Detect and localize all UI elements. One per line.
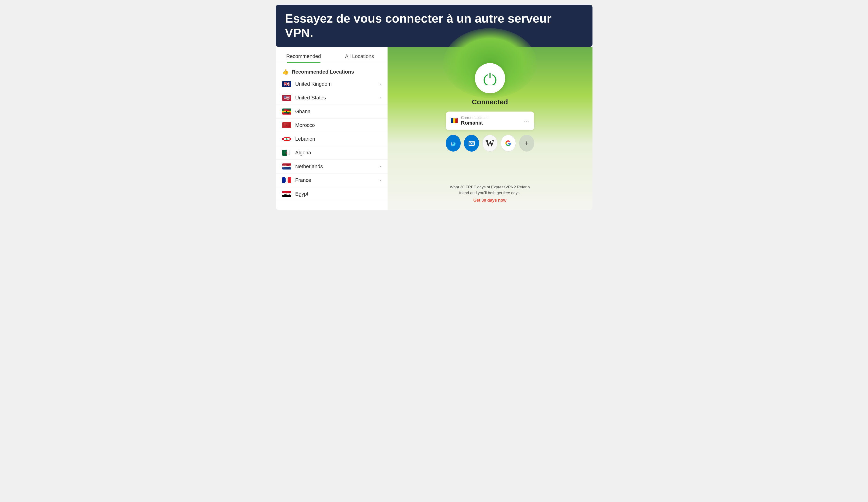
right-panel: Connected 🇷🇴 Current Location Romania ··… bbox=[388, 47, 592, 210]
chevron-icon: › bbox=[380, 82, 381, 86]
plus-icon: + bbox=[525, 139, 529, 147]
refer-banner: Want 30 FREE days of ExpressVPN? Refer a… bbox=[446, 184, 534, 203]
app-shortcuts: W + bbox=[446, 135, 534, 151]
power-button-container bbox=[475, 63, 505, 93]
google-app-button[interactable] bbox=[501, 135, 516, 151]
wikipedia-w-icon: W bbox=[485, 138, 494, 148]
location-info: Current Location Romania bbox=[461, 116, 520, 126]
flag-morocco: 🇲🇦 bbox=[282, 122, 291, 128]
list-item-france[interactable]: 🇫🇷 France › bbox=[276, 174, 388, 187]
more-options-button[interactable]: ··· bbox=[523, 118, 529, 124]
flag-algeria: 🇩🇿 bbox=[282, 150, 291, 156]
tabs-container: Recommended All Locations bbox=[276, 47, 388, 63]
banner: Essayez de vous connecter à un autre ser… bbox=[276, 5, 592, 47]
power-icon bbox=[483, 71, 497, 85]
current-location-label: Current Location bbox=[461, 116, 520, 120]
chevron-icon: › bbox=[380, 178, 381, 182]
list-item-morocco[interactable]: 🇲🇦 Morocco bbox=[276, 118, 388, 132]
section-header: 👍 Recommended Locations bbox=[276, 65, 388, 77]
chevron-icon: › bbox=[380, 95, 381, 100]
svg-point-0 bbox=[448, 138, 458, 148]
chevron-icon: › bbox=[380, 164, 381, 169]
google-icon bbox=[503, 138, 513, 148]
edge-app-button[interactable] bbox=[446, 135, 461, 151]
flag-france: 🇫🇷 bbox=[282, 177, 291, 183]
add-shortcut-button[interactable]: + bbox=[519, 135, 534, 151]
list-item-algeria[interactable]: 🇩🇿 Algeria bbox=[276, 146, 388, 160]
app-container: Essayez de vous connecter à un autre ser… bbox=[271, 0, 597, 215]
flag-egypt: 🇪🇬 bbox=[282, 191, 291, 197]
tab-recommended[interactable]: Recommended bbox=[276, 51, 332, 63]
mail-icon bbox=[466, 138, 477, 148]
thumbs-up-icon: 👍 bbox=[282, 69, 289, 75]
list-item-us[interactable]: 🇺🇸 United States › bbox=[276, 91, 388, 105]
flag-uk: 🇬🇧 bbox=[282, 81, 291, 87]
power-button[interactable] bbox=[475, 63, 505, 93]
left-panel: Recommended All Locations 👍 Recommended … bbox=[276, 47, 388, 210]
current-location-name: Romania bbox=[461, 120, 520, 126]
edge-icon bbox=[448, 138, 458, 148]
tab-all-locations[interactable]: All Locations bbox=[332, 51, 388, 63]
romania-flag: 🇷🇴 bbox=[451, 118, 458, 123]
list-item-ghana[interactable]: 🇬🇭 Ghana bbox=[276, 105, 388, 118]
connected-status: Connected bbox=[472, 98, 508, 106]
mail-app-button[interactable] bbox=[464, 135, 479, 151]
flag-us: 🇺🇸 bbox=[282, 95, 291, 101]
refer-link[interactable]: Get 30 days now bbox=[473, 198, 506, 202]
location-list[interactable]: 👍 Recommended Locations 🇬🇧 United Kingdo… bbox=[276, 63, 388, 210]
flag-netherlands: 🇳🇱 bbox=[282, 164, 291, 169]
list-item-netherlands[interactable]: 🇳🇱 Netherlands › bbox=[276, 160, 388, 174]
list-item-lebanon[interactable]: 🇱🇧 Lebanon bbox=[276, 132, 388, 146]
flag-lebanon: 🇱🇧 bbox=[282, 136, 291, 142]
refer-text: Want 30 FREE days of ExpressVPN? Refer a… bbox=[446, 184, 534, 196]
flag-ghana: 🇬🇭 bbox=[282, 108, 291, 115]
current-location-card: 🇷🇴 Current Location Romania ··· bbox=[446, 112, 534, 130]
list-item-uk[interactable]: 🇬🇧 United Kingdom › bbox=[276, 77, 388, 91]
wikipedia-app-button[interactable]: W bbox=[482, 135, 497, 151]
main-content: Recommended All Locations 👍 Recommended … bbox=[276, 47, 592, 210]
list-item-egypt[interactable]: 🇪🇬 Egypt bbox=[276, 187, 388, 201]
